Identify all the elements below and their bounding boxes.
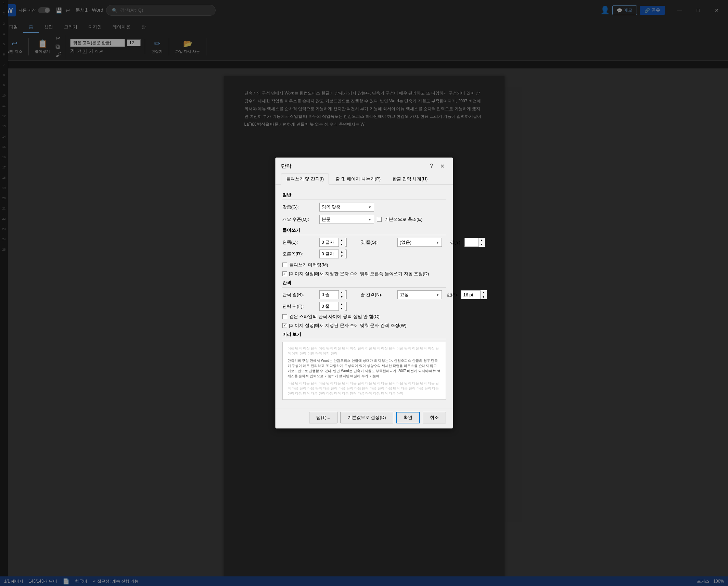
after-arrows: ▲ ▼ bbox=[339, 302, 345, 311]
collapse-checkbox[interactable] bbox=[377, 217, 382, 222]
before-down[interactable]: ▼ bbox=[339, 295, 345, 299]
indent-label: 들여쓰기 bbox=[282, 227, 446, 235]
before-row: 단락 앞(B): ▲ ▼ bbox=[282, 290, 347, 299]
mirror-label: 들여쓰기 미러링(M) bbox=[289, 262, 328, 268]
value-a-up[interactable]: ▲ bbox=[481, 290, 487, 295]
spacing-rows: 단락 앞(B): ▲ ▼ 단락 뒤(F): bbox=[282, 290, 446, 311]
right-indent-arrows: ▲ ▼ bbox=[339, 250, 345, 258]
outline-row: 개요 수준(O): 본문 ▼ 기본적으로 축소(E) bbox=[282, 215, 446, 224]
no-space-checkbox[interactable] bbox=[282, 314, 287, 319]
before-input[interactable]: ▲ ▼ bbox=[319, 290, 347, 299]
dialog-footer: 탭(T)... 기본값으로 설정(D) 확인 취소 bbox=[276, 408, 453, 428]
no-space-row: 같은 스타일의 단락 사이에 공백 삽입 안 함(C) bbox=[282, 314, 446, 320]
left-indent-row: 왼쪽(L): ▲ ▼ bbox=[282, 238, 347, 247]
dialog-tab-hangul[interactable]: 한글 입력 체계(H) bbox=[387, 174, 433, 184]
auto-adjust-checkbox[interactable]: ✓ bbox=[282, 271, 287, 276]
cancel-button[interactable]: 취소 bbox=[423, 412, 446, 423]
value-y-label: 값(Y): bbox=[445, 239, 462, 245]
align-label: 맞춤(G): bbox=[282, 204, 317, 210]
first-line-label: 첫 줄(S): bbox=[360, 239, 395, 245]
paragraph-dialog: 단락 ? ✕ 들여쓰기 및 간격(I) 줄 및 페이지 나누기(P) 한글 입력… bbox=[275, 157, 453, 429]
right-indent-row: 오른쪽(R): ▲ ▼ bbox=[282, 250, 446, 258]
general-section: 일반 맞춤(G): 양쪽 맞춤 ▼ 개요 수준(O): 본문 ▼ 기본적으로 bbox=[282, 192, 446, 224]
outline-select[interactable]: 본문 ▼ bbox=[319, 215, 374, 224]
preview-section: 미리 보기 이전 단락 이전 단락 이전 단락 이전 단락 이전 단락 이전 단… bbox=[282, 331, 446, 400]
left-indent-arrows: ▲ ▼ bbox=[339, 238, 345, 247]
first-line-row: 첫 줄(S): (없음) ▼ 값(Y): ▲ ▼ bbox=[360, 238, 485, 247]
value-y-up[interactable]: ▲ bbox=[479, 238, 485, 242]
outline-label: 개요 수준(O): bbox=[282, 216, 317, 222]
no-space-label: 같은 스타일의 단락 사이에 공백 삽입 안 함(C) bbox=[289, 314, 380, 320]
value-a-label: 값(A): bbox=[445, 292, 458, 298]
before-arrows: ▲ ▼ bbox=[339, 290, 345, 299]
after-value[interactable] bbox=[320, 303, 339, 310]
dialog-tab-line-page[interactable]: 줄 및 페이지 나누기(P) bbox=[330, 174, 386, 184]
right-indent-value[interactable] bbox=[320, 251, 339, 257]
dialog-body: 일반 맞춤(G): 양쪽 맞춤 ▼ 개요 수준(O): 본문 ▼ 기본적으로 bbox=[276, 184, 453, 408]
first-line-arrow: ▼ bbox=[436, 241, 439, 244]
right-indent-down[interactable]: ▼ bbox=[339, 254, 345, 258]
line-spacing-row: 줄 간격(N): 고정 ▼ 값(A): ▲ ▼ bbox=[360, 290, 487, 299]
value-a-value[interactable] bbox=[461, 292, 480, 298]
indent-row: 왼쪽(L): ▲ ▼ 첫 줄(S): (없음) bbox=[282, 238, 446, 247]
spacing-right: 줄 간격(N): 고정 ▼ 값(A): ▲ ▼ bbox=[360, 290, 487, 311]
left-indent-input[interactable]: ▲ ▼ bbox=[319, 238, 347, 247]
value-y-down[interactable]: ▼ bbox=[479, 242, 485, 247]
tab-button[interactable]: 탭(T)... bbox=[309, 412, 337, 423]
after-input[interactable]: ▲ ▼ bbox=[319, 302, 347, 311]
outline-select-arrow: ▼ bbox=[368, 218, 372, 221]
ok-button[interactable]: 확인 bbox=[396, 412, 420, 423]
dialog-close-button[interactable]: ✕ bbox=[438, 161, 447, 171]
dialog-tab-bar: 들여쓰기 및 간격(I) 줄 및 페이지 나누기(P) 한글 입력 체계(H) bbox=[276, 171, 453, 184]
right-indent-up[interactable]: ▲ bbox=[339, 250, 345, 254]
auto-adjust-label: [페이지 설정]에서 지정한 문자 수에 맞춰 오른쪽 들여쓰기 자동 조정(D… bbox=[289, 271, 429, 277]
line-spacing-label: 줄 간격(N): bbox=[360, 292, 395, 298]
char-adjust-checkbox[interactable]: ✓ bbox=[282, 323, 287, 328]
spacing-left: 단락 앞(B): ▲ ▼ 단락 뒤(F): bbox=[282, 290, 347, 311]
dialog-help-button[interactable]: ? bbox=[427, 161, 436, 171]
preview-label: 미리 보기 bbox=[282, 331, 446, 339]
value-y-value[interactable] bbox=[465, 239, 478, 246]
right-indent-input[interactable]: ▲ ▼ bbox=[319, 250, 347, 258]
preview-prev-text: 이전 단락 이전 단락 이전 단락 이전 단락 이전 단락 이전 단락 이전 단… bbox=[288, 346, 441, 356]
char-adjust-label: [페이지 설정]에서 지정된 문자 수에 맞춰 문자 간격 조정(W) bbox=[289, 322, 407, 329]
value-y-arrows: ▲ ▼ bbox=[478, 238, 485, 247]
auto-adjust-row: ✓ [페이지 설정]에서 지정한 문자 수에 맞춰 오른쪽 들여쓰기 자동 조정… bbox=[282, 271, 446, 277]
left-indent-label: 왼쪽(L): bbox=[282, 239, 317, 245]
after-label: 단락 뒤(F): bbox=[282, 303, 317, 309]
value-a-input[interactable]: ▲ ▼ bbox=[461, 290, 487, 299]
right-indent-label: 오른쪽(R): bbox=[282, 251, 317, 257]
after-up[interactable]: ▲ bbox=[339, 302, 345, 306]
dialog-title-actions: ? ✕ bbox=[427, 161, 447, 171]
spacing-label: 간격 bbox=[282, 280, 446, 288]
collapse-label: 기본적으로 축소(E) bbox=[384, 216, 423, 222]
align-select-arrow: ▼ bbox=[368, 205, 372, 209]
mirror-indent-row: 들여쓰기 미러링(M) bbox=[282, 262, 446, 268]
preview-next-text: 다음 단락 다음 단락 다음 단락 다음 단락 다음 단락 다음 단락 다음 단… bbox=[288, 381, 441, 396]
align-select[interactable]: 양쪽 맞춤 ▼ bbox=[319, 203, 374, 212]
left-indent-value[interactable] bbox=[320, 239, 339, 246]
before-up[interactable]: ▲ bbox=[339, 290, 345, 295]
left-indent-up[interactable]: ▲ bbox=[339, 238, 345, 242]
indent-section: 들여쓰기 왼쪽(L): ▲ ▼ 첫 줄(S): bbox=[282, 227, 446, 277]
after-down[interactable]: ▼ bbox=[339, 306, 345, 311]
line-spacing-arrow: ▼ bbox=[436, 293, 439, 297]
dialog-title: 단락 bbox=[281, 163, 291, 169]
before-value[interactable] bbox=[320, 292, 339, 298]
set-default-button[interactable]: 기본값으로 설정(D) bbox=[340, 412, 393, 423]
mirror-checkbox[interactable] bbox=[282, 263, 287, 267]
value-y-input[interactable]: ▲ ▼ bbox=[464, 238, 485, 247]
dialog-title-bar: 단락 ? ✕ bbox=[276, 158, 453, 171]
first-line-select[interactable]: (없음) ▼ bbox=[397, 238, 442, 247]
value-a-down[interactable]: ▼ bbox=[481, 295, 487, 299]
preview-main-text: 단축키의 구성 면에서 Word는 한컴오피스 한글에 상대가 되지 않는다. … bbox=[288, 358, 441, 379]
before-label: 단락 앞(B): bbox=[282, 292, 317, 298]
line-spacing-select[interactable]: 고정 ▼ bbox=[397, 290, 442, 299]
left-indent-down[interactable]: ▼ bbox=[339, 242, 345, 247]
align-row: 맞춤(G): 양쪽 맞춤 ▼ bbox=[282, 203, 446, 212]
general-label: 일반 bbox=[282, 192, 446, 200]
spacing-section: 간격 단락 앞(B): ▲ ▼ bbox=[282, 280, 446, 329]
after-row: 단락 뒤(F): ▲ ▼ bbox=[282, 302, 347, 311]
dialog-tab-indent-spacing[interactable]: 들여쓰기 및 간격(I) bbox=[281, 174, 329, 184]
preview-box: 이전 단락 이전 단락 이전 단락 이전 단락 이전 단락 이전 단락 이전 단… bbox=[282, 342, 446, 400]
